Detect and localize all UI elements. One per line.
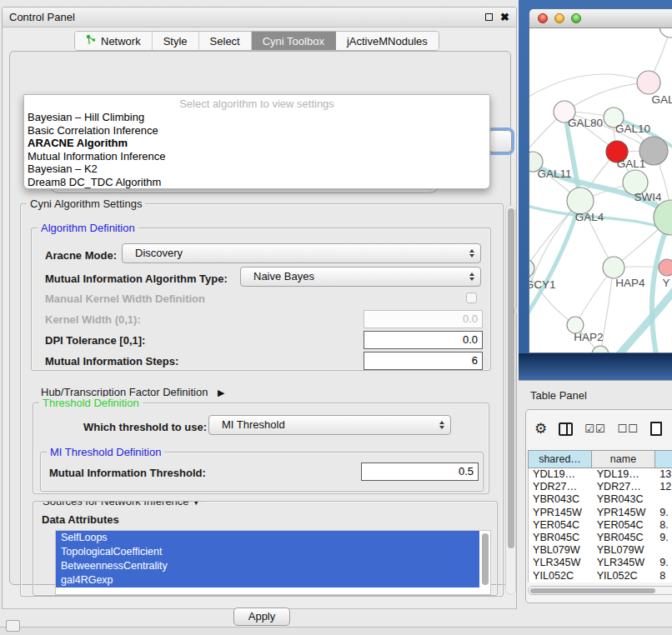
node-attribute-table: shared…name YDL19…YDL19…13YDR27…YDR27…12…: [528, 450, 672, 582]
checked-boxes-icon[interactable]: ☑☑: [584, 422, 605, 435]
table-row[interactable]: YER054CYER054C8.: [529, 519, 672, 532]
close-traffic-icon[interactable]: [538, 13, 548, 23]
aracne-mode-combobox[interactable]: Discovery: [122, 243, 481, 263]
algorithm-option[interactable]: Mutual Information Inference: [24, 150, 489, 163]
close-icon[interactable]: ✖: [500, 12, 509, 22]
minimize-traffic-icon[interactable]: [554, 13, 564, 23]
attributes-scrollbar-thumb[interactable]: [482, 533, 489, 585]
node-label: GCY1: [529, 278, 555, 291]
node-top-partial[interactable]: [659, 28, 672, 38]
table-cell: YBR043C: [593, 493, 656, 506]
tab-cyni-toolbox[interactable]: Cyni Toolbox: [252, 32, 336, 50]
mi-steps-field[interactable]: 6: [364, 352, 483, 370]
table-row[interactable]: YIL052CYIL052C8: [529, 570, 672, 582]
gear-icon[interactable]: ⚙: [534, 422, 547, 436]
threshold-definition-group: Threshold Definition Which threshold to …: [33, 402, 489, 494]
zoom-traffic-icon[interactable]: [571, 13, 581, 23]
algorithm-option[interactable]: ARACNE Algorithm: [24, 137, 489, 150]
table-cell: YPR145W: [593, 507, 656, 519]
stepper-arrows-icon: [469, 272, 474, 281]
network-view-window[interactable]: GALGAL80GAL10GAL1SWI4GAL11GAL4GCY1HAP4YH…: [529, 8, 672, 353]
attribute-list-item[interactable]: BetweennessCentrality: [56, 559, 479, 573]
table-row[interactable]: YLR345WYLR345W9.: [529, 557, 672, 569]
apply-button[interactable]: Apply: [233, 608, 290, 626]
table-cell: YDR27…: [529, 481, 593, 493]
inference-algorithm-combobox-edge[interactable]: [489, 130, 512, 152]
table-row[interactable]: YPR145WYPR145W9.: [529, 507, 672, 519]
table-horizontal-scrollbar-thumb[interactable]: [530, 588, 655, 593]
aracne-mode-label: Aracne Mode:: [45, 249, 117, 262]
algorithm-dropdown-list: Select algorithm to view settings Bayesi…: [23, 94, 490, 189]
tab-network[interactable]: Network: [75, 32, 153, 50]
table-cell: YBR043C: [529, 493, 593, 506]
network-edge: [529, 74, 649, 98]
table-cell: YLR345W: [593, 557, 656, 569]
float-window-icon[interactable]: [485, 13, 493, 21]
network-canvas[interactable]: GALGAL80GAL10GAL1SWI4GAL11GAL4GCY1HAP4YH…: [529, 28, 672, 353]
table-cell: 8.: [655, 519, 672, 532]
control-panel-titlebar[interactable]: Control Panel ✖: [3, 8, 516, 28]
manual-kernel-width-checkbox[interactable]: [466, 292, 477, 303]
node-salmon[interactable]: [659, 259, 672, 276]
mi-algorithm-type-label: Mutual Information Algorithm Type:: [45, 272, 228, 285]
mi-algorithm-type-combobox[interactable]: Naive Bayes: [240, 267, 481, 287]
table-horizontal-scrollbar[interactable]: [528, 586, 672, 595]
table-row[interactable]: YDL19…YDL19…13: [529, 468, 672, 481]
unchecked-boxes-icon[interactable]: ☐☐: [618, 422, 639, 435]
which-threshold-value: MI Threshold: [222, 418, 285, 431]
table-cell: YBL079W: [529, 544, 593, 557]
algorithm-option[interactable]: Dream8 DC_TDC Algorithm: [24, 176, 489, 189]
table-row[interactable]: YBL079WYBL079W: [529, 544, 672, 557]
column-header[interactable]: name: [592, 450, 655, 468]
table-row[interactable]: YBR043CYBR043C: [529, 493, 672, 506]
aracne-mode-value: Discovery: [135, 247, 183, 259]
attributes-scrollbar[interactable]: [480, 532, 489, 595]
table-cell: YIL052C: [593, 570, 656, 582]
tab-label: Network: [101, 35, 141, 48]
table-cell: YER054C: [593, 519, 656, 532]
settings-group-title: Cyni Algorithm Settings: [27, 198, 145, 210]
document-icon[interactable]: [650, 422, 662, 436]
table-cell: YDR27…: [593, 481, 656, 493]
column-header[interactable]: [655, 450, 672, 468]
algorithm-definition-title: Algorithm Definition: [38, 222, 138, 234]
settings-scrollbar[interactable]: [505, 205, 516, 595]
column-header[interactable]: shared…: [528, 450, 592, 468]
which-threshold-combobox[interactable]: MI Threshold: [208, 415, 451, 435]
node-label: GAL11: [537, 168, 571, 180]
algorithm-option[interactable]: Bayesian – Hill Climbing: [24, 111, 489, 124]
table-cell: YDL19…: [529, 468, 593, 481]
collapsed-panel-icon[interactable]: [6, 620, 20, 632]
node-hap4[interactable]: [603, 257, 624, 278]
table-header-row: shared…name: [528, 450, 672, 468]
tab-label: jActiveMNodules: [347, 35, 428, 48]
kernel-width-field[interactable]: 0.0: [364, 310, 483, 328]
table-body: YDL19…YDL19…13YDR27…YDR27…12YBR043CYBR04…: [528, 468, 672, 582]
split-columns-icon[interactable]: [559, 422, 573, 436]
algorithm-option[interactable]: Bayesian – K2: [24, 162, 489, 176]
attribute-list-item[interactable]: gal4RGexp: [56, 573, 479, 588]
tab-style[interactable]: Style: [153, 32, 199, 50]
desktop-bottom-shadow: [519, 353, 672, 380]
attribute-list-item[interactable]: TopologicalCoefficient: [56, 545, 479, 559]
tab-select[interactable]: Select: [199, 32, 252, 50]
node-label: HAP2: [574, 331, 603, 343]
table-row[interactable]: YBR045CYBR045C9.: [529, 532, 672, 544]
tab-jactivemnodules[interactable]: jActiveMNodules: [336, 32, 439, 50]
table-row[interactable]: YDR27…YDR27…12: [529, 481, 672, 493]
panel-divider-handle[interactable]: [514, 308, 517, 313]
settings-scrollbar-thumb[interactable]: [508, 208, 514, 548]
dpi-tolerance-field[interactable]: 0.0: [364, 331, 483, 349]
algorithm-option[interactable]: Basic Correlation Inference: [24, 124, 489, 138]
control-panel-tabs: NetworkStyleSelectCyni ToolboxjActiveMNo…: [74, 31, 439, 51]
stepper-arrows-icon: [469, 249, 474, 258]
sources-group-title[interactable]: Sources for Network Inference ▼: [39, 501, 203, 508]
sources-title-text: Sources for Network Inference: [43, 501, 189, 508]
data-attributes-list[interactable]: SelfLoopsTopologicalCoefficientBetweenne…: [55, 530, 491, 595]
attribute-list-item[interactable]: SelfLoops: [56, 531, 479, 545]
node-gal-pink[interactable]: [637, 71, 660, 94]
network-window-titlebar[interactable]: [529, 9, 672, 28]
table-cell: YBR045C: [593, 532, 656, 544]
table-cell: YLR345W: [529, 557, 593, 569]
mi-threshold-field[interactable]: 0.5: [361, 462, 479, 481]
